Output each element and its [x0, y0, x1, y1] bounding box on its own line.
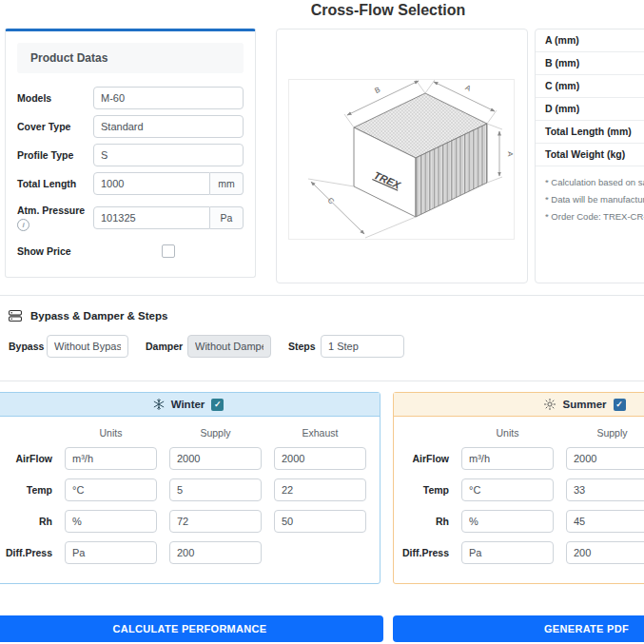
summer-rh-units-input[interactable] — [461, 510, 554, 533]
bypass-label: Bypass — [9, 341, 45, 352]
models-input[interactable] — [93, 87, 244, 109]
field-row-models: Models — [17, 87, 244, 109]
note-manufactured: * Data will be manufactured — [545, 191, 644, 208]
dim-row-total-weight: Total Weight (kg) — [536, 144, 644, 166]
winter-diffpress-units-input[interactable] — [65, 541, 157, 564]
dim-row-d: D (mm) — [536, 98, 644, 121]
atm-pressure-label-wrap: Atm. Pressure i — [17, 205, 93, 231]
field-row-atm-pressure: Atm. Pressure i Pa — [17, 205, 244, 231]
total-length-input[interactable] — [93, 172, 210, 195]
winter-column-headers: Units Supply Exhaust — [0, 426, 380, 439]
winter-temp-exhaust-input[interactable] — [274, 478, 366, 501]
atm-pressure-label: Atm. Pressure — [17, 205, 93, 216]
isometric-drawing-svg: TREX B A A C — [289, 80, 514, 239]
temp-label: Temp — [5, 484, 52, 496]
bypass-damper-steps-panel: Bypass & Damper & Steps Bypass Damper St… — [0, 295, 644, 381]
dim-a-top-label: A — [464, 84, 473, 94]
field-row-total-length: Total Length mm — [17, 172, 244, 195]
summer-airflow-supply-input[interactable] — [566, 447, 644, 470]
dim-row-a: A (mm) — [536, 29, 644, 52]
bypass-input[interactable] — [47, 335, 128, 358]
damper-label: Damper — [146, 341, 185, 352]
generate-pdf-button[interactable]: GENERATE PDF — [393, 615, 644, 642]
summer-column-headers: Units Supply — [394, 426, 644, 439]
field-row-show-price: Show Price — [17, 244, 244, 258]
atm-pressure-input[interactable] — [93, 206, 210, 229]
summer-row-temp: Temp — [394, 478, 644, 501]
heat-exchanger-drawing: TREX B A A C — [288, 79, 515, 240]
show-price-checkbox[interactable] — [162, 244, 175, 258]
winter-rh-units-input[interactable] — [65, 510, 157, 533]
winter-diffpress-supply-input[interactable] — [169, 541, 262, 564]
summer-row-diffpress: Diff.Press — [394, 541, 644, 564]
winter-temp-units-input[interactable] — [65, 478, 157, 501]
steps-input[interactable] — [321, 335, 404, 358]
winter-airflow-units-input[interactable] — [65, 447, 157, 470]
bypass-section-title: Bypass & Damper & Steps — [30, 310, 167, 322]
winter-airflow-supply-input[interactable] — [169, 447, 262, 470]
summer-title: Summer — [562, 399, 606, 410]
airflow-label: AirFlow — [401, 453, 449, 464]
check-icon: ✓ — [615, 400, 623, 409]
models-label: Models — [17, 92, 93, 104]
summer-temp-units-input[interactable] — [461, 478, 554, 501]
winter-panel: Winter ✓ Units Supply Exhaust AirFlow Te… — [0, 392, 381, 584]
note-order-code: * Order Code: TREX-CR-MS-600- — [545, 208, 644, 225]
total-length-label: Total Length — [17, 178, 93, 189]
winter-row-rh: Rh — [0, 510, 380, 533]
diffpress-label: Diff.Press — [5, 547, 52, 558]
cover-type-label: Cover Type — [17, 121, 93, 132]
note-calculation: * Calculation based on sample p — [545, 174, 644, 191]
rh-label: Rh — [401, 516, 449, 527]
winter-enabled-checkbox[interactable]: ✓ — [211, 399, 224, 411]
winter-rh-supply-input[interactable] — [169, 510, 262, 533]
airflow-label: AirFlow — [5, 453, 52, 464]
winter-row-airflow: AirFlow — [0, 447, 380, 470]
info-icon[interactable]: i — [17, 219, 29, 231]
dim-row-total-length: Total Length (mm) — [536, 121, 644, 144]
product-panel-header: Product Datas — [17, 43, 244, 73]
bypass-section-icon — [9, 309, 22, 322]
summer-row-airflow: AirFlow — [394, 447, 644, 470]
dim-a-right-label: A — [506, 151, 514, 157]
profile-type-input[interactable] — [93, 144, 244, 166]
temp-label: Temp — [401, 484, 449, 496]
winter-title: Winter — [171, 399, 205, 410]
dim-row-b: B (mm) — [536, 52, 644, 75]
winter-temp-supply-input[interactable] — [169, 478, 262, 501]
winter-units-header: Units — [65, 427, 157, 439]
summer-airflow-units-input[interactable] — [461, 447, 554, 470]
page-title: Cross-Flow Selection — [0, 2, 644, 19]
summer-rh-supply-input[interactable] — [566, 510, 644, 533]
total-length-unit: mm — [210, 172, 244, 195]
summer-temp-supply-input[interactable] — [566, 478, 644, 501]
calculate-performance-button[interactable]: CALCULATE PERFORMANCE — [0, 615, 383, 642]
summer-units-header: Units — [461, 427, 554, 439]
field-row-cover-type: Cover Type — [17, 115, 244, 138]
summer-enabled-checkbox[interactable]: ✓ — [614, 399, 626, 411]
dimensions-panel: A (mm) B (mm) C (mm) D (mm) Total Length… — [535, 29, 644, 283]
steps-label: Steps — [288, 341, 319, 352]
atm-pressure-unit: Pa — [210, 206, 244, 229]
winter-airflow-exhaust-input[interactable] — [274, 447, 366, 470]
dim-b-label: B — [374, 86, 382, 95]
show-price-label: Show Price — [17, 245, 93, 257]
winter-exhaust-header: Exhaust — [274, 427, 366, 439]
cover-type-input[interactable] — [93, 115, 244, 138]
field-row-profile-type: Profile Type — [17, 144, 244, 166]
summer-diffpress-supply-input[interactable] — [566, 541, 644, 564]
summer-diffpress-units-input[interactable] — [461, 541, 554, 564]
winter-row-diffpress: Diff.Press — [0, 541, 380, 564]
summer-panel: Summer ✓ Units Supply AirFlow Temp Rh — [393, 392, 644, 584]
rh-label: Rh — [5, 516, 52, 527]
diffpress-label: Diff.Press — [401, 547, 449, 558]
summer-row-rh: Rh — [394, 510, 644, 533]
footnotes: * Calculation based on sample p * Data w… — [536, 166, 644, 233]
product-data-panel: Product Datas Models Cover Type Profile … — [5, 29, 256, 278]
profile-type-label: Profile Type — [17, 149, 93, 161]
summer-supply-header: Supply — [566, 427, 644, 439]
drawing-panel: TREX B A A C — [276, 29, 528, 283]
winter-rh-exhaust-input[interactable] — [274, 510, 366, 533]
check-icon: ✓ — [214, 400, 222, 409]
winter-row-temp: Temp — [0, 478, 380, 501]
